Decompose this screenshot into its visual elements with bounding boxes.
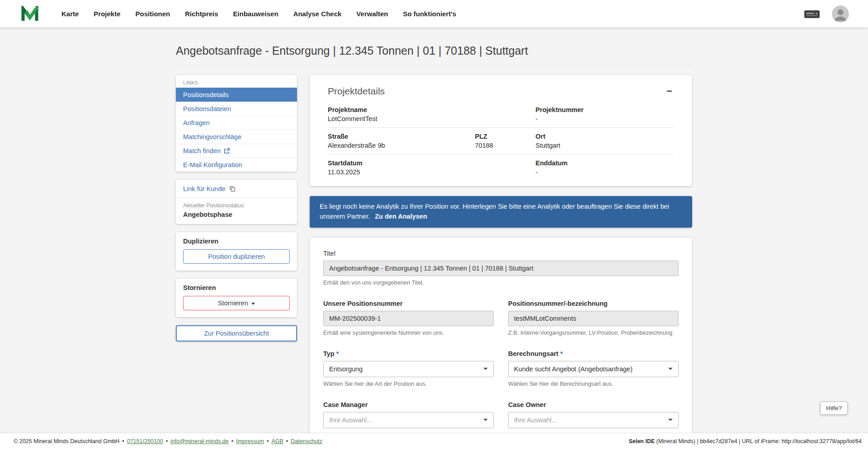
collapse-button[interactable]: − [665,86,674,96]
field-value: LotCommentTest [328,115,536,122]
bezeichnung-group: Positionsnummer/-bezeichnung Z.B. Intern… [508,300,679,336]
iframe-info: (Mineral Minds) | bb4ec7d287e4 | URL of … [656,438,862,444]
bezeichnung-label: Positionsnummer/-bezeichnung [508,300,679,307]
case-manager-select[interactable]: Ihre Auswahl... [323,412,494,428]
customer-link[interactable]: Link für Kunde [176,180,297,198]
berechnungsart-label-text: Berechnungsart [508,350,558,357]
detail-row: Straße Alexanderstraße 9b PLZ 70188 Ort … [328,128,674,154]
customer-link-label: Link für Kunde [183,185,226,192]
sidebar-item-anfragen[interactable]: Anfragen [176,116,297,130]
help-button[interactable]: Hilfe? [820,402,848,415]
projektdetails-header: Projektdetails − [328,86,674,97]
sidebar: LINKS Positionsdetails Positionsdateien … [176,75,297,341]
titel-group: Titel Erhält den von uns vorgegebenen Ti… [323,250,679,286]
nav-einbauweisen[interactable]: Einbauweisen [233,10,278,18]
footer-link-agb[interactable]: AGB [271,438,283,444]
titel-input[interactable] [323,261,679,276]
main-nav: Karte Projekte Positionen Richtpreis Ein… [61,10,456,18]
copy-icon [229,186,236,192]
nav-positionen[interactable]: Positionen [136,10,170,18]
berechnungsart-helper: Wählen Sie hier die Berechnungsart aus. [508,380,679,387]
cancel-card: Stornieren Stornieren [176,279,297,317]
case-manager-group: Case Manager Ihre Auswahl... [323,401,494,428]
detail-row: Startdatum 11.03.2025 Enddatum - [328,154,674,181]
sidebar-links-card: LINKS Positionsdetails Positionsdateien … [176,75,297,172]
avatar[interactable] [832,5,849,23]
field-label: Ort [536,133,674,140]
nav-so-funktionierts[interactable]: So funktioniert's [403,10,456,18]
positionsnummer-label: Unsere Positionsnummer [323,300,494,307]
footer-link-phone[interactable]: 07151/250100 [127,438,163,444]
typ-label: Typ * [323,350,494,357]
copyright-text: © 2025 Mineral Minds Deutschland GmbH [14,438,119,444]
separator: • [267,438,269,444]
page-container: Angebotsanfrage - Entsorgung | 12.345 To… [176,0,692,449]
content-area: LINKS Positionsdetails Positionsdateien … [176,75,692,449]
chevron-down-icon [483,419,488,421]
position-status: Aktueller Positionsstatus: Angebotsphase [176,198,297,224]
page-title: Angebotsanfrage - Entsorgung | 12.345 To… [176,44,692,57]
cancel-position-button[interactable]: Stornieren [183,296,290,310]
berechnungsart-label: Berechnungsart * [508,350,679,357]
positionsnummer-input[interactable] [323,311,494,326]
footer-link-impressum[interactable]: Impressum [236,438,264,444]
sidebar-item-match-finden[interactable]: Match finden [176,144,297,158]
berechnungsart-group: Berechnungsart * Kunde sucht Angebot (An… [508,350,679,387]
banner-message: Es liegt noch keine Analytik zu Ihrer Po… [320,203,669,220]
berechnungsart-select[interactable]: Kunde sucht Angebot (Angebotsanfrage) [508,361,679,377]
sidebar-item-positionsdetails[interactable]: Positionsdetails [176,88,297,102]
field-value: - [536,115,674,122]
external-link-icon [224,148,230,154]
navbar-actions [804,5,849,23]
required-asterisk: * [560,350,563,357]
nav-karte[interactable]: Karte [61,10,79,18]
bezeichnung-helper: Z.B. Interne-Vorgangsnummer, LV-Position… [508,329,679,336]
positionsnummer-group: Unsere Positionsnummer Erhält eine syste… [323,300,494,336]
field-label: Enddatum [536,159,674,167]
titel-label: Titel [323,250,679,257]
duplicate-position-button[interactable]: Position duplizieren [183,249,290,264]
typ-label-text: Typ [323,350,335,357]
case-owner-select[interactable]: Ihre Auswahl... [508,412,679,428]
typ-select[interactable]: Entsorgung [323,361,494,377]
main-column: Projektdetails − Projektname LotCommentT… [310,75,692,449]
field-strasse: Straße Alexanderstraße 9b [328,133,475,149]
form-row: Typ * Entsorgung Wählen Sie hier die Art… [323,350,679,387]
avatar-image [832,5,849,23]
typ-select-value: Entsorgung [329,365,363,373]
keyboard-icon[interactable] [804,9,820,19]
footer-link-email[interactable]: info@mineral-minds.de [170,438,229,444]
nav-verwalten[interactable]: Verwalten [356,10,388,18]
required-asterisk: * [336,350,339,357]
sidebar-item-label: Anfragen [183,119,210,126]
position-overview-button[interactable]: Zur Positionsübersicht [176,325,297,341]
bezeichnung-input[interactable] [508,311,679,326]
status-card: Link für Kunde Aktueller Positionsstatus… [176,180,297,224]
form-row: Unsere Positionsnummer Erhält eine syste… [323,300,679,336]
separator: • [231,438,233,444]
analytics-banner: Es liegt noch keine Analytik zu Ihrer Po… [310,196,692,228]
berechnungsart-select-value: Kunde sucht Angebot (Angebotsanfrage) [514,365,632,373]
field-label: Straße [328,133,475,140]
nav-analyse-check[interactable]: Analyse Check [293,10,342,18]
footer: © 2025 Mineral Minds Deutschland GmbH • … [0,433,868,449]
sidebar-item-email-konfiguration[interactable]: E-Mail Konfiguration [176,158,297,172]
duplicate-card: Duplizieren Position duplizieren [176,232,297,271]
field-plz: PLZ 70188 [475,133,536,149]
nav-projekte[interactable]: Projekte [94,10,120,18]
banner-link-zu-den-analysen[interactable]: Zu den Analysen [375,213,427,220]
projektdetails-card: Projektdetails − Projektname LotCommentT… [310,75,692,186]
footer-link-datenschutz[interactable]: Datenschutz [291,438,322,444]
sidebar-item-matchingvorschlaege[interactable]: Matchingvorschläge [176,130,297,144]
projektdetails-title: Projektdetails [328,86,385,97]
sidebar-item-positionsdateien[interactable]: Positionsdateien [176,102,297,116]
field-value: 70188 [475,142,536,149]
field-projektname: Projektname LotCommentTest [328,106,536,122]
field-label: Projektname [328,106,536,113]
nav-richtpreis[interactable]: Richtpreis [185,10,218,18]
brand-logo[interactable] [21,6,39,22]
field-ort: Ort Stuttgart [536,133,674,149]
title-divider [176,65,692,65]
footer-info: © 2025 Mineral Minds Deutschland GmbH • … [14,438,322,444]
cancel-button-label: Stornieren [218,299,248,307]
